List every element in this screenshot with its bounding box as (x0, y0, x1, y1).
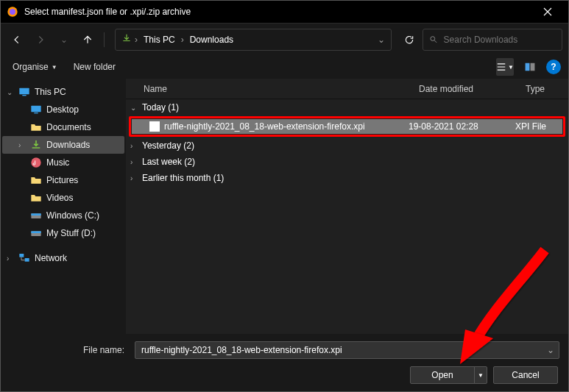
svg-rect-7 (31, 106, 40, 113)
forward-button[interactable] (30, 29, 51, 50)
close-icon (543, 7, 552, 16)
group-label: Yesterday (2) (142, 140, 194, 151)
svg-rect-5 (19, 88, 29, 95)
sidebar-item-documents[interactable]: Documents (2, 118, 124, 136)
sidebar-item-windows-c-[interactable]: Windows (C:) (2, 207, 124, 224)
group-label: Last week (2) (142, 157, 195, 167)
file-list: ⌄Today (1)ruffle-nightly-2021_08_18-web-… (126, 99, 568, 334)
sidebar-item-my-stuff-d-[interactable]: My Stuff (D:) (2, 224, 124, 242)
window-title: Select manifest.json file or .xpi/.zip a… (24, 7, 533, 17)
column-date[interactable]: Date modified (419, 84, 526, 94)
file-name-input[interactable]: ruffle-nightly-2021_08_18-web-extension-… (135, 341, 559, 359)
file-name-label: File name: (10, 345, 127, 355)
chevron-right-icon: › (130, 158, 138, 166)
chevron-right-icon: › (7, 254, 14, 263)
arrow-right-icon (35, 35, 46, 45)
breadcrumb-item-downloads[interactable]: Downloads (187, 33, 236, 46)
chevron-down-icon[interactable]: ⌄ (378, 35, 385, 45)
cancel-button[interactable]: Cancel (493, 366, 558, 384)
svg-rect-13 (31, 231, 40, 233)
firefox-icon (7, 6, 18, 18)
sidebar-item-videos[interactable]: Videos (2, 189, 124, 207)
sidebar-item-desktop[interactable]: Desktop (2, 101, 124, 118)
svg-rect-15 (25, 258, 29, 262)
sidebar: ⌄ This PC DesktopDocuments›DownloadsMusi… (1, 79, 126, 334)
file-group[interactable]: ›Last week (2) (126, 154, 568, 170)
caret-down-icon: ▼ (52, 64, 57, 71)
sidebar-label: Windows (C:) (46, 210, 99, 221)
back-button[interactable] (7, 29, 27, 50)
help-icon: ? (551, 62, 556, 72)
group-label: Today (1) (142, 102, 179, 113)
drive-icon (30, 227, 42, 239)
search-box[interactable] (423, 29, 562, 51)
sidebar-label: This PC (35, 87, 66, 97)
sidebar-item-music[interactable]: Music (2, 154, 124, 171)
file-row[interactable]: ruffle-nightly-2021_08_18-web-extension-… (132, 119, 562, 134)
up-button[interactable] (77, 29, 98, 50)
preview-pane-button[interactable] (521, 58, 539, 76)
separator (104, 32, 105, 47)
refresh-icon (404, 35, 414, 45)
file-pane: Name Date modified Type ⌄Today (1)ruffle… (126, 79, 568, 334)
column-type[interactable]: Type (526, 84, 568, 94)
breadcrumb-item-pc[interactable]: This PC (141, 33, 178, 46)
network-icon (18, 252, 30, 264)
group-label: Earlier this month (1) (142, 173, 224, 183)
organise-button[interactable]: Organise ▼ (8, 59, 62, 75)
file-group[interactable]: ›Yesterday (2) (126, 138, 568, 154)
file-type: XPI File (515, 121, 558, 132)
list-icon (496, 62, 506, 72)
monitor-icon (18, 86, 30, 98)
sidebar-label: Videos (46, 193, 73, 203)
toolbar: Organise ▼ New folder ▼ ? (1, 55, 568, 79)
chevron-right-icon: › (130, 174, 138, 182)
open-button[interactable]: Open (410, 366, 475, 384)
search-input[interactable] (444, 35, 556, 45)
svg-rect-11 (31, 213, 40, 215)
sidebar-item-pictures[interactable]: Pictures (2, 171, 124, 189)
chevron-down-icon: ⌄ (130, 104, 138, 112)
monitor-icon (30, 104, 42, 115)
svg-rect-6 (22, 95, 26, 96)
chevron-down-icon: ⌄ (60, 35, 68, 45)
caret-down-icon: ▼ (478, 372, 484, 379)
svg-rect-4 (531, 63, 535, 71)
file-name: ruffle-nightly-2021_08_18-web-extension-… (164, 121, 409, 132)
view-details-button[interactable]: ▼ (496, 58, 514, 76)
file-group[interactable]: ⌄Today (1) (126, 99, 568, 115)
svg-point-2 (431, 37, 435, 41)
folder-icon (30, 174, 42, 186)
breadcrumb[interactable]: › This PC › Downloads ⌄ (115, 29, 392, 51)
help-button[interactable]: ? (546, 60, 561, 74)
chevron-right-icon: › (135, 35, 138, 45)
svg-rect-14 (19, 254, 24, 257)
sidebar-label: Pictures (46, 175, 78, 185)
refresh-button[interactable] (399, 29, 420, 50)
column-headers: Name Date modified Type (126, 79, 568, 99)
file-icon (149, 121, 160, 132)
folder-icon (30, 192, 42, 204)
chevron-right-icon: › (130, 142, 138, 150)
column-name[interactable]: Name (139, 84, 419, 94)
chevron-right-icon: › (18, 141, 26, 149)
file-group[interactable]: ›Earlier this month (1) (126, 170, 568, 186)
recent-button[interactable]: ⌄ (54, 29, 74, 50)
sidebar-item-this-pc[interactable]: ⌄ This PC (2, 83, 124, 101)
download-folder-icon (121, 33, 132, 46)
titlebar: Select manifest.json file or .xpi/.zip a… (1, 1, 568, 23)
drive-icon (30, 210, 42, 221)
new-folder-button[interactable]: New folder (69, 59, 120, 75)
folder-icon (30, 121, 42, 133)
sidebar-label: Documents (46, 122, 91, 132)
sidebar-item-downloads[interactable]: ›Downloads (2, 136, 124, 154)
close-button[interactable] (533, 1, 562, 23)
download-icon (30, 139, 42, 151)
sidebar-item-network[interactable]: › Network (2, 249, 124, 267)
svg-point-9 (31, 157, 40, 167)
svg-rect-3 (526, 63, 530, 71)
sidebar-label: Desktop (46, 104, 79, 115)
chevron-right-icon: › (181, 35, 184, 45)
file-date: 19-08-2021 02:28 (409, 121, 515, 132)
open-dropdown-button[interactable]: ▼ (474, 366, 487, 384)
